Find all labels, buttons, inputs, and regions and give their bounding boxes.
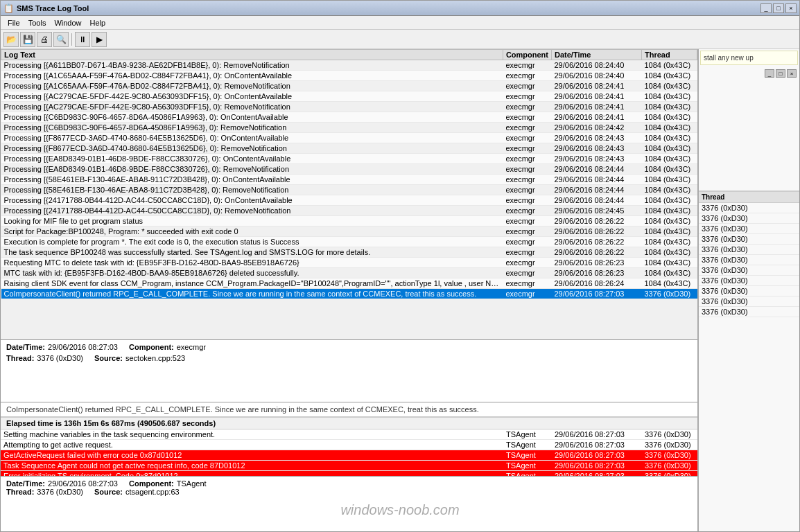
- log-datetime-cell: 29/06/2016 08:27:03: [552, 289, 642, 299]
- bottom-text-cell: Setting machine variables in the task se…: [1, 429, 503, 440]
- log-component-cell: execmgr: [503, 278, 551, 289]
- upper-log-table: Log Text Component Date/Time Thread Proc…: [1, 49, 697, 299]
- thread-item[interactable]: 3376 (0xD30): [699, 245, 799, 255]
- bottom-component-cell: TSAgent: [503, 471, 552, 477]
- title-bar: 📋 SMS Trace Log Tool _ □ ×: [1, 1, 799, 16]
- log-component-cell: execmgr: [503, 154, 551, 164]
- table-row[interactable]: Processing [{58E461EB-F130-46AE-ABA8-911…: [1, 175, 697, 185]
- minimize-button[interactable]: _: [760, 3, 772, 13]
- detail-thread-value: 3376 (0xD30): [37, 354, 83, 362]
- log-text-cell: Processing [{EA8D8349-01B1-46D8-9BDE-F88…: [1, 164, 503, 175]
- thread-item[interactable]: 3376 (0xD30): [699, 276, 799, 286]
- thread-item[interactable]: 3376 (0xD30): [699, 203, 799, 213]
- table-row[interactable]: GetActiveRequest failed with error code …: [1, 450, 697, 461]
- log-datetime-cell: 29/06/2016 08:26:23: [552, 258, 642, 268]
- table-row[interactable]: Processing [{24171788-0B44-412D-AC44-C50…: [1, 206, 697, 216]
- table-row[interactable]: The task sequence BP100248 was successfu…: [1, 247, 697, 258]
- upper-log-section: Log Text Component Date/Time Thread Proc…: [1, 49, 697, 340]
- log-datetime-cell: 29/06/2016 08:24:41: [552, 91, 642, 102]
- bottom-component-cell: TSAgent: [503, 440, 552, 450]
- play-button[interactable]: ▶: [92, 32, 107, 47]
- detail-row-1: Date/Time: 29/06/2016 08:27:03 Component…: [6, 343, 692, 351]
- bottom-datetime-cell: 29/06/2016 08:27:03: [552, 461, 642, 471]
- menu-help[interactable]: Help: [86, 17, 110, 28]
- table-row[interactable]: Requesting MTC to delete task with id: {…: [1, 258, 697, 268]
- table-row[interactable]: Script for Package:BP100248, Program: * …: [1, 227, 697, 237]
- toolbar-separator: [71, 33, 72, 46]
- table-row[interactable]: Processing [{AC279CAE-5FDF-442E-9C80-A56…: [1, 102, 697, 112]
- log-text-cell: CoImpersonateClient() returned RPC_E_CAL…: [1, 289, 503, 299]
- log-text-cell: Processing [{58E461EB-F130-46AE-ABA8-911…: [1, 185, 503, 195]
- menu-tools[interactable]: Tools: [24, 17, 51, 28]
- log-component-cell: execmgr: [503, 227, 551, 237]
- log-datetime-cell: 29/06/2016 08:26:22: [552, 216, 642, 227]
- log-text-cell: Processing [{F8677ECD-3A6D-4740-8680-64E…: [1, 133, 503, 143]
- side-note: stall any new up: [700, 51, 798, 65]
- thread-item[interactable]: 3376 (0xD30): [699, 296, 799, 307]
- log-thread-cell: 1084 (0x43C): [642, 164, 697, 175]
- log-text-cell: Processing [{EA8D8349-01B1-46D8-9BDE-F88…: [1, 154, 503, 164]
- thread-item[interactable]: 3376 (0xD30): [699, 213, 799, 224]
- table-row[interactable]: Task Sequence Agent could not get active…: [1, 461, 697, 471]
- table-row[interactable]: MTC task with id: {EB95F3FB-D162-4B0D-BA…: [1, 268, 697, 278]
- table-row[interactable]: Attempting to get active request. TSAgen…: [1, 440, 697, 450]
- log-component-cell: execmgr: [503, 258, 551, 268]
- detail-pane: Date/Time: 29/06/2016 08:27:03 Component…: [1, 340, 697, 402]
- log-text-cell: Processing [{24171788-0B44-412D-AC44-C50…: [1, 195, 503, 206]
- thread-item[interactable]: 3376 (0xD30): [699, 224, 799, 234]
- bottom-detail-thread-value: 3376 (0xD30): [37, 488, 83, 496]
- open-button[interactable]: 📂: [3, 32, 19, 47]
- right-thread-header: Thread: [699, 191, 799, 203]
- log-text-cell: Requesting MTC to delete task with id: {…: [1, 258, 503, 268]
- log-thread-cell: 1084 (0x43C): [642, 81, 697, 91]
- log-thread-cell: 1084 (0x43C): [642, 247, 697, 258]
- table-row[interactable]: Looking for MIF file to get program stat…: [1, 216, 697, 227]
- table-row[interactable]: Processing [{F8677ECD-3A6D-4740-8680-64E…: [1, 133, 697, 143]
- menu-bar: File Tools Window Help: [1, 16, 799, 30]
- table-row[interactable]: Processing [{EA8D8349-01B1-46D8-9BDE-F88…: [1, 164, 697, 175]
- save-button[interactable]: 💾: [20, 32, 35, 47]
- thread-item[interactable]: 3376 (0xD30): [699, 307, 799, 317]
- sub-minimize[interactable]: _: [765, 69, 774, 78]
- table-row[interactable]: Processing [{A1C65AAA-F59F-476A-BD02-C88…: [1, 81, 697, 91]
- table-row[interactable]: CoImpersonateClient() returned RPC_E_CAL…: [1, 289, 697, 299]
- bottom-text-cell: Error initializing TS environment. Code …: [1, 471, 503, 477]
- close-button[interactable]: ×: [785, 3, 797, 13]
- right-thread-list[interactable]: 3376 (0xD30)3376 (0xD30)3376 (0xD30)3376…: [699, 203, 799, 531]
- thread-item[interactable]: 3376 (0xD30): [699, 234, 799, 245]
- bottom-detail-datetime-label: Date/Time:: [6, 479, 45, 488]
- maximize-button[interactable]: □: [773, 3, 784, 13]
- thread-item[interactable]: 3376 (0xD30): [699, 255, 799, 265]
- table-row[interactable]: Processing [{F8677ECD-3A6D-4740-8680-64E…: [1, 143, 697, 154]
- menu-window[interactable]: Window: [50, 17, 85, 28]
- table-row[interactable]: Setting machine variables in the task se…: [1, 429, 697, 440]
- find-button[interactable]: 🔍: [53, 32, 69, 47]
- table-row[interactable]: Processing [{24171788-0B44-412D-AC44-C50…: [1, 195, 697, 206]
- table-row[interactable]: Processing [{58E461EB-F130-46AE-ABA8-911…: [1, 185, 697, 195]
- log-component-cell: execmgr: [503, 195, 551, 206]
- table-row[interactable]: Processing [{EA8D8349-01B1-46D8-9BDE-F88…: [1, 154, 697, 164]
- table-row[interactable]: Raising client SDK event for class CCM_P…: [1, 278, 697, 289]
- bottom-table-container[interactable]: Setting machine variables in the task se…: [1, 429, 697, 476]
- pause-button[interactable]: ⏸: [75, 32, 90, 47]
- log-thread-cell: 1084 (0x43C): [642, 227, 697, 237]
- table-row[interactable]: Error initializing TS environment. Code …: [1, 471, 697, 477]
- table-row[interactable]: Processing [{A611BB07-D671-4BA9-9238-AE6…: [1, 60, 697, 71]
- log-thread-cell: 1084 (0x43C): [642, 195, 697, 206]
- sub-maximize[interactable]: □: [776, 69, 785, 78]
- bottom-detail-row-1: Date/Time: 29/06/2016 08:27:03 Component…: [6, 479, 692, 488]
- menu-file[interactable]: File: [3, 17, 24, 28]
- thread-item[interactable]: 3376 (0xD30): [699, 265, 799, 276]
- table-row[interactable]: Execution is complete for program *. The…: [1, 237, 697, 247]
- table-row[interactable]: Processing [{AC279CAE-5FDF-442E-9C80-A56…: [1, 91, 697, 102]
- thread-item[interactable]: 3376 (0xD30): [699, 286, 799, 296]
- table-row[interactable]: Processing [{C6BD983C-90F6-4657-8D6A-450…: [1, 112, 697, 123]
- table-row[interactable]: Processing [{C6BD983C-90F6-4657-8D6A-450…: [1, 123, 697, 133]
- sub-close[interactable]: ×: [787, 69, 797, 78]
- detail-component-field: Component: execmgr: [129, 343, 206, 351]
- log-thread-cell: 1084 (0x43C): [642, 185, 697, 195]
- log-text-cell: Processing [{F8677ECD-3A6D-4740-8680-64E…: [1, 143, 503, 154]
- table-row[interactable]: Processing [{A1C65AAA-F59F-476A-BD02-C88…: [1, 71, 697, 81]
- print-button[interactable]: 🖨: [37, 32, 52, 47]
- bottom-text-cell: Task Sequence Agent could not get active…: [1, 461, 503, 471]
